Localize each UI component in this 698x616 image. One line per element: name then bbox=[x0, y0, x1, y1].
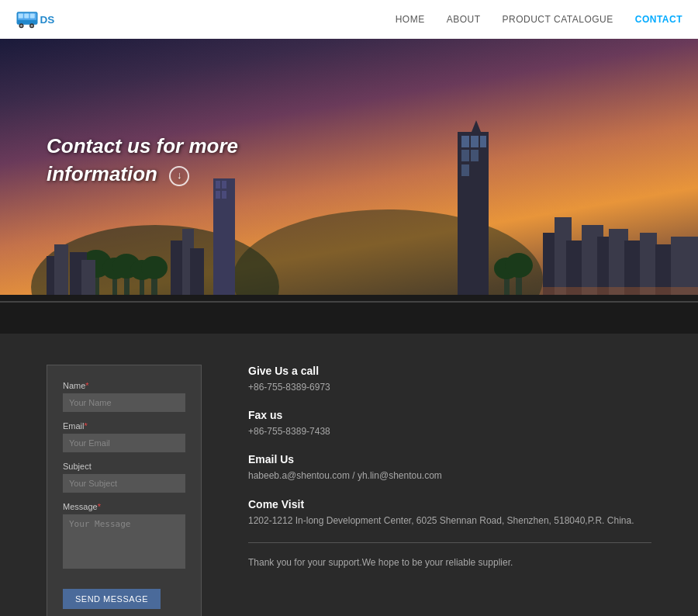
svg-rect-44 bbox=[471, 150, 479, 161]
nav-about[interactable]: ABOUT bbox=[447, 14, 481, 25]
svg-rect-43 bbox=[461, 150, 469, 161]
svg-rect-33 bbox=[190, 248, 204, 295]
message-label: Message* bbox=[63, 502, 185, 511]
content-section: Name* Email* Subject Message* SEND MESSA… bbox=[0, 334, 698, 616]
svg-point-8 bbox=[31, 25, 33, 27]
svg-rect-30 bbox=[81, 260, 95, 295]
fax-title: Fax us bbox=[248, 409, 651, 421]
phone-title: Give Us a call bbox=[248, 365, 651, 377]
nav-home[interactable]: HOME bbox=[396, 14, 425, 25]
svg-rect-2 bbox=[19, 14, 23, 19]
email-input[interactable] bbox=[63, 434, 185, 452]
address-content: 1202-1212 In-long Development Center, 60… bbox=[248, 514, 651, 528]
address-section: Come Visit 1202-1212 In-long Development… bbox=[248, 498, 651, 528]
name-label: Name* bbox=[63, 381, 185, 390]
name-input[interactable] bbox=[63, 393, 185, 412]
svg-rect-28 bbox=[54, 244, 68, 295]
contact-info: Give Us a call +86-755-8389-6973 Fax us … bbox=[248, 365, 651, 616]
hero-line2: information bbox=[47, 162, 157, 185]
message-group: Message* bbox=[63, 502, 185, 572]
email-content: habeeb.a@shentou.com / yh.lin@shentou.co… bbox=[248, 469, 651, 483]
subject-group: Subject bbox=[63, 462, 185, 493]
header: DS HOME ABOUT PRODUCT CATALOGUE CONTACT bbox=[0, 0, 698, 39]
subject-input[interactable] bbox=[63, 474, 185, 493]
hero-section: Contact us for more information ↓ bbox=[0, 39, 698, 334]
svg-marker-46 bbox=[472, 120, 481, 132]
nav-contact[interactable]: CONTACT bbox=[635, 14, 682, 25]
divider bbox=[248, 542, 651, 543]
svg-text:DS: DS bbox=[40, 14, 55, 26]
svg-point-6 bbox=[20, 25, 22, 27]
svg-rect-37 bbox=[216, 191, 220, 199]
logo: DS bbox=[16, 5, 62, 34]
svg-point-22 bbox=[141, 256, 168, 279]
message-input[interactable] bbox=[63, 514, 185, 569]
hero-text: Contact us for more information ↓ bbox=[47, 132, 238, 189]
svg-rect-38 bbox=[222, 191, 226, 199]
subject-label: Subject bbox=[63, 462, 185, 471]
svg-rect-58 bbox=[543, 287, 698, 295]
email-title: Email Us bbox=[248, 453, 651, 465]
svg-rect-3 bbox=[24, 14, 29, 19]
name-group: Name* bbox=[63, 381, 185, 412]
fax-content: +86-755-8389-7438 bbox=[248, 424, 651, 439]
contact-form: Name* Email* Subject Message* SEND MESSA… bbox=[47, 365, 202, 616]
email-group: Email* bbox=[63, 421, 185, 452]
svg-rect-12 bbox=[0, 295, 698, 334]
fax-section: Fax us +86-755-8389-7438 bbox=[248, 409, 651, 439]
down-arrow-icon: ↓ bbox=[169, 166, 189, 186]
navigation: HOME ABOUT PRODUCT CATALOGUE CONTACT bbox=[396, 14, 682, 25]
svg-rect-40 bbox=[461, 136, 469, 147]
address-title: Come Visit bbox=[248, 498, 651, 510]
thank-you-text: Thank you for your support.We hope to be… bbox=[248, 555, 651, 570]
send-message-button[interactable]: SEND MESSAGE bbox=[63, 589, 161, 609]
phone-section: Give Us a call +86-755-8389-6973 bbox=[248, 365, 651, 395]
svg-rect-54 bbox=[640, 233, 657, 295]
phone-content: +86-755-8389-6973 bbox=[248, 380, 651, 395]
svg-rect-45 bbox=[461, 164, 469, 176]
svg-rect-57 bbox=[0, 301, 698, 303]
svg-rect-41 bbox=[471, 136, 479, 147]
email-section: Email Us habeeb.a@shentou.com / yh.lin@s… bbox=[248, 453, 651, 483]
hero-line1: Contact us for more bbox=[47, 134, 238, 157]
svg-point-26 bbox=[505, 253, 533, 278]
svg-rect-42 bbox=[480, 136, 486, 147]
nav-product-catalogue[interactable]: PRODUCT CATALOGUE bbox=[503, 14, 613, 25]
svg-rect-4 bbox=[30, 14, 35, 19]
svg-rect-56 bbox=[671, 237, 698, 295]
email-label: Email* bbox=[63, 421, 185, 431]
